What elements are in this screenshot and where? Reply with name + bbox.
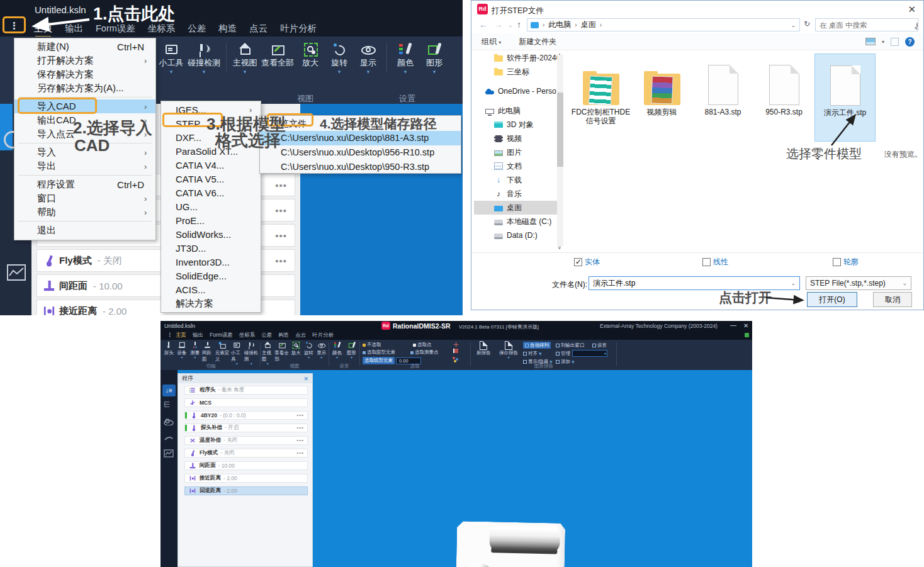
checkbox-icon[interactable] <box>833 258 841 266</box>
ribbon-button[interactable]: 碰撞检测 ▾ <box>186 42 222 74</box>
manage-button[interactable]: 设置 <box>592 342 607 349</box>
more-options-icon[interactable]: ••• <box>297 412 304 418</box>
more-options-icon[interactable]: ••• <box>275 205 287 216</box>
ribbon-button[interactable]: 元素定义 <box>215 341 230 362</box>
scroll-down-icon[interactable]: ∨ <box>558 245 561 250</box>
menu-item[interactable]: 新建(N) Ctrl+N <box>14 40 155 53</box>
option-solid[interactable]: 实体 <box>574 257 600 267</box>
file-item[interactable]: 881-A3.stp <box>692 53 753 142</box>
history-chevron-icon[interactable]: ⌄ <box>508 22 513 28</box>
search-input[interactable] <box>816 21 916 29</box>
close-icon[interactable]: ✕ <box>303 376 308 382</box>
breadcrumb-desktop[interactable]: 桌面 <box>581 20 596 30</box>
recent-path-item[interactable]: C:\Users\nuo.xu\Desktop\881-A3.stp <box>260 131 461 145</box>
sidebar-nav-item[interactable]: 文档 <box>474 159 557 173</box>
close-icon[interactable]: ✕ <box>743 322 748 329</box>
program-step-row[interactable]: Fly模式 - 关闭 ••• <box>184 449 308 458</box>
recent-path-item[interactable]: C:\Users\nuo.xu\Desktop\956-R10.stp <box>260 145 461 160</box>
ribbon-tab[interactable]: 点云 <box>295 332 306 340</box>
ribbon-button[interactable]: 放大 <box>296 42 324 69</box>
menu-item[interactable]: 退出 <box>14 223 155 237</box>
pick-measure-point-button[interactable]: 选取测量点 <box>410 349 439 356</box>
ribbon-button[interactable]: 旋转 ▾ <box>303 341 314 359</box>
format-menu-item[interactable]: SolidWorks... <box>161 227 261 241</box>
ribbon-tab[interactable]: 输出 <box>65 23 83 37</box>
menu-item[interactable]: 另存解决方案为(A)... <box>14 81 155 95</box>
ribbon-button[interactable]: 显示 ▾ <box>354 42 382 74</box>
book-icon[interactable] <box>453 349 458 353</box>
format-menu-item[interactable]: Inventor3D... <box>161 255 261 269</box>
sidebar-nav-item[interactable]: 软件手册-20240 <box>474 51 557 65</box>
chevron-down-icon[interactable]: ⌄ <box>791 280 799 286</box>
ribbon-tab[interactable]: 构造 <box>218 23 237 37</box>
menu-item[interactable]: 导出 › <box>14 159 155 173</box>
align-button[interactable]: 对齐▾ <box>523 350 542 357</box>
sidebar-nav-item[interactable]: Data (D:) <box>474 228 557 242</box>
format-menu-item[interactable]: ACIS... <box>161 283 261 296</box>
more-options-icon[interactable]: ••• <box>275 230 287 241</box>
recent-path-item[interactable]: C:\Users\nuo.xu\Desktop\950-R3.stp <box>260 160 461 174</box>
cad-model[interactable] <box>456 521 572 567</box>
format-menu-item[interactable]: 解决方案 <box>161 296 261 310</box>
menu-item[interactable]: 程序设置 Ctrl+D <box>14 177 155 191</box>
file-item[interactable]: FDC控制柜THDE 信号设置 <box>570 53 631 142</box>
pick-none-button[interactable]: 不选取 <box>363 342 381 348</box>
ribbon-button[interactable]: 探头 <box>163 341 175 356</box>
pin-icon[interactable]: ✛ <box>453 341 458 348</box>
ribbon-button[interactable]: 主视图 ▾ <box>262 341 273 366</box>
ribbon-button[interactable]: 碰撞检测 ▾ <box>244 341 259 366</box>
ribbon-button[interactable]: 测量 ▾ <box>189 341 201 359</box>
more-options-icon[interactable]: ••• <box>297 437 304 443</box>
file-item[interactable]: 演示工件.stp <box>814 53 876 142</box>
menu-item[interactable]: 窗口 › <box>14 191 155 205</box>
program-step-row[interactable]: 探头补偿 - 开启 ••• <box>184 424 308 432</box>
ribbon-button[interactable]: 间距面 <box>202 341 214 362</box>
sidebar-nav-item[interactable]: 视频 <box>474 132 557 145</box>
ribbon-button[interactable]: 放大 <box>290 341 301 356</box>
ribbon-button[interactable]: 小工具 ▾ <box>231 341 243 366</box>
ribbon-tab[interactable]: 公差 <box>261 332 272 340</box>
chevron-down-icon[interactable]: ⌄ <box>791 22 799 28</box>
ribbon-tab[interactable]: 叶片分析 <box>280 23 317 37</box>
minimize-icon[interactable]: — <box>730 322 736 328</box>
ribbon-button[interactable]: 颜色 ▾ <box>392 42 419 74</box>
ribbon-button[interactable]: 主视图 ▾ <box>231 42 259 74</box>
help-icon[interactable]: ? <box>905 37 915 47</box>
option-wireframe[interactable]: 线性 <box>702 257 728 267</box>
program-step-row[interactable]: 回退距离 - 2.00 <box>184 486 308 495</box>
ribbon-button[interactable]: 显示 ▾ <box>316 341 327 359</box>
ribbon-tab[interactable]: 主页 <box>176 332 186 340</box>
ribbon-button[interactable]: 小工具 ▾ <box>157 42 185 74</box>
sidebar-nav-item[interactable]: 三坐标 <box>474 65 557 79</box>
back-icon[interactable]: ← <box>479 20 488 30</box>
menu-item[interactable]: 保存解决方案 <box>14 67 155 81</box>
format-menu-item[interactable]: UG... <box>161 199 261 213</box>
program-step-row[interactable]: 间距面 - 10.00 <box>184 461 308 470</box>
open-button[interactable]: 打开(O) <box>807 292 857 307</box>
option-outline[interactable]: 轮廓 <box>833 257 859 267</box>
program-step-row[interactable]: 程序头 - 毫米 角度 <box>184 386 308 395</box>
checkbox-checked-icon[interactable] <box>574 258 582 266</box>
sidebar-nav-item[interactable]: ↓ 下载 <box>474 173 557 187</box>
format-menu-item[interactable]: CATIA V4... <box>161 158 261 172</box>
program-step-row[interactable]: 4BY20 - (0.0 : 0.0) ••• <box>184 411 308 420</box>
forward-icon[interactable]: → <box>494 20 503 30</box>
ribbon-button[interactable]: 设备 ▾ <box>176 341 188 359</box>
ribbon-tab[interactable]: 坐标系 <box>239 332 256 340</box>
ribbon-button[interactable]: 颜色 ▾ <box>330 341 344 359</box>
more-options-icon[interactable]: ••• <box>297 450 304 456</box>
ribbon-button[interactable]: 图形 ▾ <box>420 42 448 74</box>
to-output-window-button[interactable]: 到输出窗口 <box>556 342 585 349</box>
filename-input[interactable] <box>589 279 791 288</box>
menu-item[interactable]: 打开解决方案 › <box>14 53 155 67</box>
ribbon-button[interactable]: 查看全部 <box>274 341 289 362</box>
program-step-row[interactable]: 温度补偿 - 关闭 ••• <box>184 436 308 445</box>
app-menu-button[interactable]: ⋮ <box>6 20 23 32</box>
surface-icon[interactable] <box>164 434 174 444</box>
file-item[interactable]: 950-R3.stp <box>753 53 814 142</box>
pick-surface-button[interactable]: 选取面型元素 <box>363 349 395 356</box>
theme-icon[interactable] <box>745 333 749 337</box>
breadcrumb[interactable]: › 此电脑 › 桌面 › ⌄ <box>527 18 800 31</box>
cloud-icon[interactable] <box>164 418 174 427</box>
menu-item[interactable]: 导入CAD › <box>14 99 155 113</box>
